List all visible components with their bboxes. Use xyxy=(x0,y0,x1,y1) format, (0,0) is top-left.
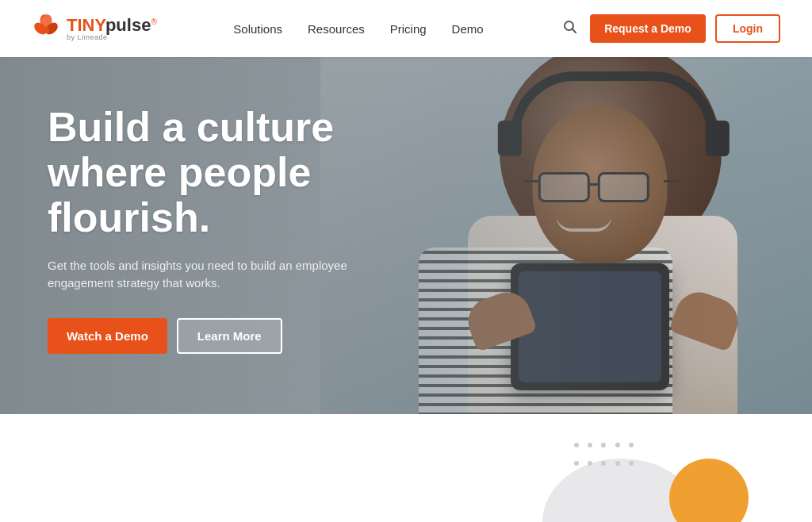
nav-actions: Request a Demo Login xyxy=(560,14,780,43)
hero-content: Build a culture where people flourish. G… xyxy=(0,57,460,401)
nav-item-demo[interactable]: Demo xyxy=(452,22,484,36)
search-button[interactable] xyxy=(560,17,580,41)
decorative-circle xyxy=(669,459,749,522)
logo-pulse: pulse xyxy=(105,15,151,35)
nav-item-resources[interactable]: Resources xyxy=(308,22,365,36)
watch-demo-button[interactable]: Watch a Demo xyxy=(48,318,167,354)
hero-subtext: Get the tools and insights you need to b… xyxy=(48,257,412,293)
logo-sub: by Limeade xyxy=(67,34,157,41)
nav-item-solutions[interactable]: Solutions xyxy=(233,22,282,36)
hero-buttons: Watch a Demo Learn More xyxy=(48,318,412,354)
below-hero-section xyxy=(0,414,812,522)
logo-trademark: ® xyxy=(151,17,156,25)
logo-tiny: TINY xyxy=(67,15,105,35)
decorative-dots xyxy=(574,443,638,474)
logo-icon xyxy=(32,14,60,43)
search-icon xyxy=(563,20,577,34)
logo-name: TINYpulse® xyxy=(67,17,157,34)
svg-line-6 xyxy=(573,29,576,33)
main-nav: Solutions Resources Pricing Demo xyxy=(233,22,483,36)
svg-point-4 xyxy=(43,27,49,33)
request-demo-button[interactable]: Request a Demo xyxy=(590,14,706,43)
hero-section: Build a culture where people flourish. G… xyxy=(0,57,812,414)
login-button[interactable]: Login xyxy=(715,14,780,43)
site-header: TINYpulse® by Limeade Solutions Resource… xyxy=(0,0,812,57)
logo[interactable]: TINYpulse® by Limeade xyxy=(32,14,157,43)
nav-item-pricing[interactable]: Pricing xyxy=(390,22,427,36)
learn-more-button[interactable]: Learn More xyxy=(177,318,282,354)
hero-headline: Build a culture where people flourish. xyxy=(48,105,412,241)
logo-text: TINYpulse® by Limeade xyxy=(67,17,157,41)
